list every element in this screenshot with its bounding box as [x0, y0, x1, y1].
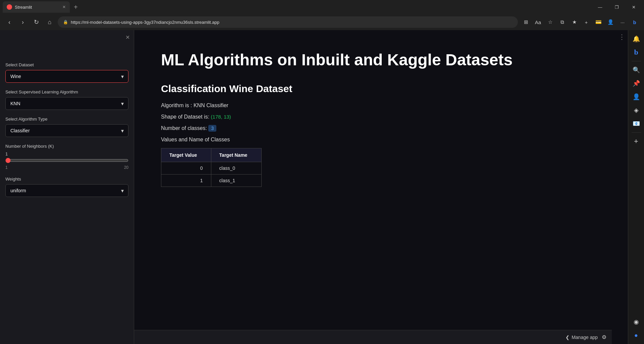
weights-select-wrapper: uniform distance	[5, 184, 128, 197]
app-main: ⋮ ML Algorithms on Inbuilt and Kaggle Da…	[134, 30, 628, 344]
table-header-name: Target Name	[211, 148, 261, 162]
classes-table-title-text: Values and Name of Classes	[161, 137, 230, 142]
edge-copilot-icon[interactable]: b	[629, 17, 640, 27]
url-text: https://ml-model-datasets-using-apps-3gy…	[71, 20, 513, 25]
main-title: ML Algorithms on Inbuilt and Kaggle Data…	[161, 50, 601, 70]
minimize-button[interactable]: —	[592, 2, 608, 12]
weights-select[interactable]: uniform distance	[5, 184, 128, 197]
notifications-icon[interactable]: 🔔	[630, 33, 642, 45]
table-row: 0 class_0	[161, 162, 262, 174]
neighbors-label: Number of Neighbors (K)	[5, 144, 128, 149]
tab-favicon	[7, 4, 12, 10]
dataset-select[interactable]: Wine Iris Breast Cancer Digits	[5, 70, 128, 83]
classes-label: Number of classes:	[161, 125, 207, 131]
tab-close-button[interactable]: ✕	[62, 5, 66, 9]
favorites-bar-icon[interactable]: ★	[569, 17, 580, 27]
browser-chrome: Streamlit ✕ + — ❐ ✕ ‹ › ↻ ⌂ 🔒 https://ml…	[0, 0, 644, 30]
close-button[interactable]: ✕	[626, 2, 641, 12]
add-sidebar-icon[interactable]: +	[630, 135, 642, 147]
shape-label: Shape of Dataset is:	[161, 114, 209, 120]
neighbors-slider[interactable]	[5, 158, 128, 163]
algorithm-info: Algorithm is : KNN Classifier	[161, 102, 601, 109]
algorithm-section: Select Supervised Learning Algorithm KNN…	[5, 89, 128, 110]
tab-area: Streamlit ✕ +	[3, 1, 590, 13]
lock-icon: 🔒	[63, 20, 68, 24]
toolbar-icons: ⊞ Aa ☆ ⧉ ★ + 💳 👤 ··· b	[521, 17, 640, 27]
extensions-icon[interactable]: ⊞	[521, 17, 531, 27]
shape-info: Shape of Dataset is: (178, 13)	[161, 114, 601, 120]
algo-type-section: Select Algorithm Type Classifier Regress…	[5, 117, 128, 137]
neighbors-section: Number of Neighbors (K) 1 1 20	[5, 144, 128, 170]
dataset-label: Select Dataset	[5, 62, 128, 67]
collections-icon[interactable]: 📌	[630, 77, 642, 89]
sidebar-close-button[interactable]: ✕	[125, 34, 130, 41]
dataset-select-wrapper: Wine Iris Breast Cancer Digits	[5, 70, 128, 83]
tab-title: Streamlit	[15, 5, 32, 10]
manage-app-label: Manage app	[572, 335, 598, 340]
classes-table: Target Value Target Name 0 class_0 1 cla…	[161, 148, 262, 187]
weights-label: Weights	[5, 177, 128, 182]
browser-toolbar: ‹ › ↻ ⌂ 🔒 https://ml-model-datasets-usin…	[0, 14, 644, 30]
algo-type-select[interactable]: Classifier Regressor	[5, 124, 128, 137]
table-cell-name-0: class_0	[211, 162, 261, 174]
copilot2-icon[interactable]: ◈	[630, 104, 642, 116]
table-cell-name-1: class_1	[211, 174, 261, 187]
section-title: Classification Wine Dataset	[161, 83, 601, 94]
algorithm-select-wrapper: KNN SVM Decision Tree Random Forest	[5, 97, 128, 110]
table-row: 1 class_1	[161, 174, 262, 187]
active-tab[interactable]: Streamlit ✕	[3, 1, 70, 13]
classes-table-title: Values and Name of Classes	[161, 137, 601, 143]
outlook-icon[interactable]: 📧	[630, 118, 642, 130]
table-cell-value-0: 0	[161, 162, 211, 174]
algorithm-info-text: Algorithm is : KNN Classifier	[161, 102, 228, 108]
chevron-left-icon: ❮	[566, 335, 570, 340]
copilot-icon[interactable]: b	[630, 46, 642, 58]
slider-value: 1	[5, 151, 128, 156]
window-controls: — ❐ ✕	[592, 2, 641, 12]
home-button[interactable]: ⌂	[44, 17, 55, 27]
three-dot-menu[interactable]: ⋮	[619, 33, 625, 41]
refresh-button[interactable]: ↻	[31, 17, 42, 27]
new-tab-button[interactable]: +	[71, 2, 80, 12]
games-icon[interactable]: ◉	[630, 316, 642, 328]
restore-button[interactable]: ❐	[609, 2, 625, 12]
algo-type-select-wrapper: Classifier Regressor	[5, 124, 128, 137]
sidebar-separator-2	[632, 132, 641, 133]
classes-value: 3	[208, 125, 216, 132]
algo-type-label: Select Algorithm Type	[5, 117, 128, 122]
read-aloud-icon[interactable]: Aa	[533, 17, 543, 27]
manage-app-button[interactable]: ❮ Manage app	[566, 335, 598, 340]
forward-button[interactable]: ›	[17, 17, 28, 27]
table-header-value: Target Value	[161, 148, 211, 162]
browser-titlebar: Streamlit ✕ + — ❐ ✕	[0, 0, 644, 14]
edge-bottom-icon[interactable]: ●	[630, 329, 642, 341]
app-sidebar: ✕ Select Dataset Wine Iris Breast Cancer…	[0, 30, 134, 344]
split-screen-icon[interactable]: ⧉	[557, 17, 568, 27]
address-bar[interactable]: 🔒 https://ml-model-datasets-using-apps-3…	[58, 16, 518, 28]
slider-min: 1	[5, 165, 8, 170]
back-button[interactable]: ‹	[4, 17, 15, 27]
settings-button[interactable]: ⚙	[602, 334, 606, 340]
sidebar-separator-1	[632, 61, 641, 61]
weights-section: Weights uniform distance	[5, 177, 128, 197]
slider-container: 1 1 20	[5, 151, 128, 170]
favorites-icon[interactable]: ☆	[545, 17, 555, 27]
algorithm-select[interactable]: KNN SVM Decision Tree Random Forest	[5, 97, 128, 110]
slider-minmax: 1 20	[5, 165, 128, 170]
slider-max: 20	[124, 165, 128, 170]
app-container: ✕ Select Dataset Wine Iris Breast Cancer…	[0, 30, 628, 344]
more-menu-icon[interactable]: ···	[617, 17, 628, 27]
browser-add-icon[interactable]: +	[581, 17, 592, 27]
bottom-bar: ❮ Manage app ⚙	[134, 330, 612, 344]
profile-icon[interactable]: 👤	[630, 91, 642, 103]
edge-sidebar: 🔔 b 🔍 📌 👤 ◈ 📧 + ◉ ●	[628, 30, 644, 344]
table-cell-value-1: 1	[161, 174, 211, 187]
sidebar-search-icon[interactable]: 🔍	[630, 64, 642, 76]
dataset-section: Select Dataset Wine Iris Breast Cancer D…	[5, 62, 128, 83]
shape-value: (178, 13)	[211, 114, 231, 120]
profile-avatar[interactable]: 👤	[605, 17, 616, 27]
sidebar-logo	[5, 36, 128, 56]
classes-info: Number of classes: 3	[161, 125, 601, 131]
algorithm-label: Select Supervised Learning Algorithm	[5, 89, 128, 94]
wallet-icon[interactable]: 💳	[593, 17, 604, 27]
